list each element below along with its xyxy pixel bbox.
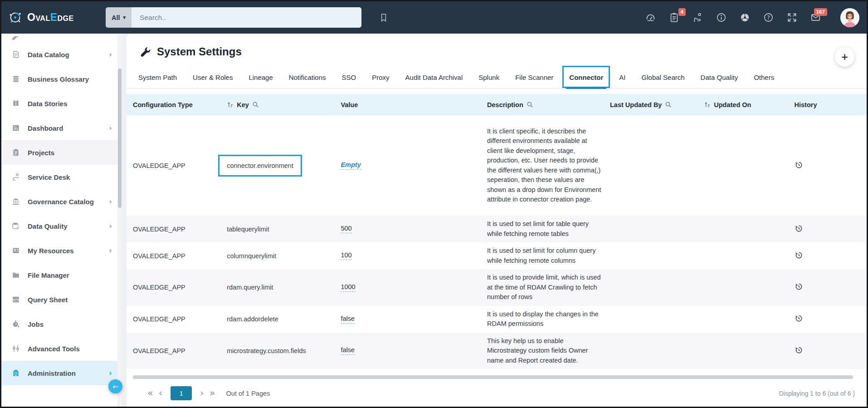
sidebar-item-file-manager[interactable]: File Manager — [1, 263, 117, 287]
column-header-label: Description — [487, 101, 523, 108]
sidebar-item-label: Service Desk — [28, 173, 70, 181]
sidebar-item-projects[interactable]: Projects — [1, 140, 117, 165]
last-page-button[interactable]: » — [210, 388, 215, 398]
browser-extension-icon[interactable] — [740, 12, 750, 23]
sidebar-item-administration[interactable]: Administration› — [1, 361, 117, 385]
column-header-label: Updated On — [714, 101, 751, 108]
sidebar-item-jobs[interactable]: Jobs — [1, 312, 117, 336]
tab-ai[interactable]: AI — [618, 69, 626, 88]
column-header-configuration-type: Configuration Type — [133, 101, 227, 108]
first-page-button[interactable]: « — [147, 388, 153, 398]
current-page-button[interactable]: 1 — [171, 386, 192, 400]
tab-notifications[interactable]: Notifications — [288, 69, 327, 88]
value-link[interactable]: 1000 — [341, 283, 355, 292]
body: Data Catalog›Business GlossaryData Stori… — [1, 34, 867, 407]
tab-lineage[interactable]: Lineage — [248, 69, 273, 88]
sidebar-item-service-desk[interactable]: Service Desk — [1, 165, 117, 189]
horizontal-scrollbar[interactable] — [133, 375, 853, 379]
file-manager-icon — [12, 271, 20, 279]
sidebar-item-label: Administration — [28, 369, 76, 377]
page-title: System Settings — [157, 45, 242, 58]
search-icon[interactable] — [665, 101, 672, 108]
history-icon[interactable] — [795, 161, 803, 169]
messages-icon[interactable]: 167 — [810, 12, 821, 23]
value-link[interactable]: 500 — [341, 225, 351, 233]
column-header-label: Key — [237, 101, 249, 108]
tab-audit-data-archival[interactable]: Audit Data Archival — [405, 69, 464, 88]
administration-icon — [12, 369, 20, 377]
sidebar-scrollbar-thumb[interactable] — [118, 69, 122, 208]
user-avatar[interactable] — [840, 8, 859, 27]
collapse-sidebar-button[interactable]: ← — [108, 379, 122, 393]
search-icon[interactable] — [252, 101, 259, 108]
history-icon[interactable] — [795, 282, 803, 291]
tab-user-roles[interactable]: User & Roles — [192, 69, 234, 88]
value-link[interactable]: false — [341, 315, 355, 324]
chevron-right-icon: › — [109, 369, 112, 378]
brand[interactable]: OvalEdge — [8, 10, 106, 25]
global-search: All ▾ — [106, 7, 361, 28]
cell-configuration-type: OVALEDGE_APP — [133, 252, 227, 260]
cell-configuration-type: OVALEDGE_APP — [133, 162, 227, 169]
key-text: tablequerylimit — [227, 226, 269, 233]
cell-description: It is used to provide limit, which is us… — [487, 273, 610, 302]
history-icon[interactable] — [795, 346, 803, 354]
tab-others[interactable]: Others — [753, 69, 775, 88]
sidebar-scrollbar[interactable] — [117, 34, 122, 407]
tab-proxy[interactable]: Proxy — [371, 69, 390, 88]
bookmark-icon[interactable] — [379, 13, 389, 23]
tab-global-search[interactable]: Global Search — [641, 69, 686, 88]
sort-icon[interactable] — [227, 101, 234, 108]
key-text: microstrategy.custom.fields — [227, 347, 306, 354]
tab-data-quality[interactable]: Data Quality — [700, 69, 739, 88]
sidebar-item-data-quality[interactable]: Data Quality› — [1, 214, 117, 238]
info-icon[interactable] — [716, 12, 727, 23]
tab-connector[interactable]: Connector — [568, 69, 604, 88]
sidebar-item-label: Business Glossary — [28, 75, 89, 83]
search-icon[interactable] — [527, 101, 533, 108]
clipboard-tasks-icon[interactable]: 4 — [669, 12, 679, 23]
jobs-icon — [12, 320, 20, 328]
speedometer-icon[interactable] — [645, 12, 656, 23]
endorsement-icon[interactable] — [692, 12, 703, 23]
column-header-value: Value — [328, 101, 487, 108]
sidebar-item-data-catalog[interactable]: Data Catalog› — [1, 42, 117, 67]
history-icon[interactable] — [795, 314, 803, 323]
sidebar-item-dashboard[interactable]: Dashboard› — [1, 116, 117, 140]
cell-value: Empty — [328, 161, 487, 170]
sidebar-item-data-stories[interactable]: Data Stories — [1, 91, 117, 116]
tab-system-path[interactable]: System Path — [137, 69, 178, 88]
tab-splunk[interactable]: Splunk — [478, 69, 500, 88]
search-filter-dropdown[interactable]: All ▾ — [106, 7, 132, 28]
history-icon[interactable] — [795, 251, 803, 260]
search-input[interactable] — [132, 7, 361, 28]
next-page-button[interactable]: › — [200, 388, 204, 398]
sidebar-item-advanced-tools[interactable]: Advanced Tools — [1, 336, 117, 361]
value-link[interactable]: false — [341, 346, 355, 355]
tab-sso[interactable]: SSO — [341, 69, 357, 88]
sidebar-item-my-resources[interactable]: My Resources› — [1, 238, 117, 263]
value-link[interactable]: 100 — [341, 251, 351, 260]
sidebar-item-business-glossary[interactable]: Business Glossary — [1, 67, 117, 91]
sidebar-item-partial[interactable] — [1, 36, 117, 42]
sidebar-item-governance-catalog[interactable]: Governance Catalog› — [1, 189, 117, 214]
business-glossary-icon — [12, 75, 20, 83]
sidebar-item-query-sheet[interactable]: </>Query Sheet — [1, 287, 117, 312]
tab-file-scanner[interactable]: File Scanner — [514, 69, 554, 88]
table-row: OVALEDGE_APPrdam.addordeletefalseIt is u… — [127, 306, 867, 333]
cell-key: rdam.addordelete — [227, 315, 328, 323]
cell-value: false — [328, 315, 487, 324]
sort-icon[interactable] — [704, 101, 711, 108]
cell-history — [791, 346, 856, 356]
sidebar-item-label: Data Stories — [28, 100, 68, 108]
wrench-icon — [140, 46, 151, 57]
fullscreen-expand-icon[interactable] — [787, 12, 797, 23]
svg-text:</>: </> — [13, 298, 19, 302]
cell-history — [791, 314, 856, 324]
help-icon[interactable]: ? — [763, 12, 774, 23]
previous-page-button[interactable]: ‹ — [159, 388, 162, 398]
cell-configuration-type: OVALEDGE_APP — [133, 347, 227, 354]
value-link[interactable]: Empty — [341, 161, 361, 170]
history-icon[interactable] — [795, 224, 803, 233]
cell-history — [791, 251, 856, 261]
